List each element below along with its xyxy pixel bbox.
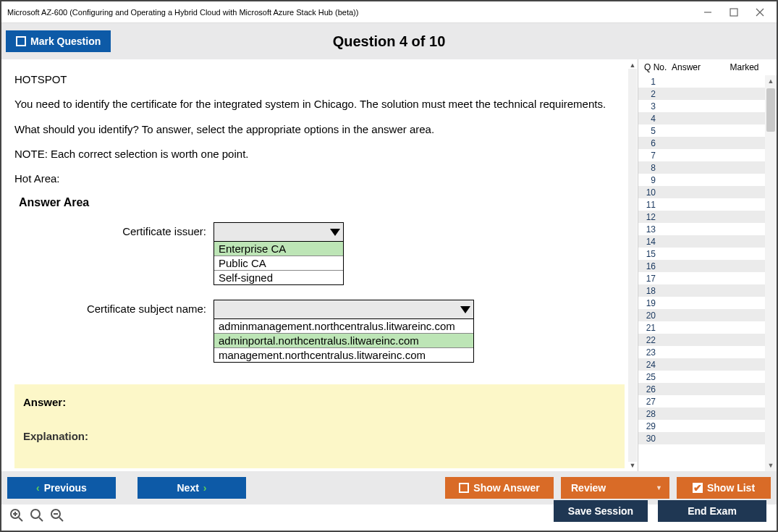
answer-area-heading: Answer Area [19, 196, 625, 209]
question-list-row[interactable]: 9 [638, 174, 777, 186]
issuer-option[interactable]: Public CA [214, 256, 343, 270]
question-list-row[interactable]: 14 [638, 235, 777, 248]
end-exam-button[interactable]: End Exam [658, 500, 766, 522]
question-list-row[interactable]: 17 [638, 272, 777, 284]
issuer-option[interactable]: Self-signed [214, 270, 343, 284]
question-list-row[interactable]: 22 [638, 334, 777, 346]
question-list-row[interactable]: 21 [638, 321, 777, 334]
question-number: 9 [638, 175, 663, 185]
question-list-row[interactable]: 2 [638, 88, 777, 100]
scrollbar-track[interactable] [628, 69, 637, 462]
previous-label: Previous [44, 482, 87, 494]
question-list-row[interactable]: 27 [638, 395, 777, 408]
review-label: Review [571, 482, 606, 494]
question-number: 12 [638, 212, 663, 222]
mark-question-button[interactable]: Mark Question [6, 30, 111, 52]
show-list-button[interactable]: ✔ Show List [677, 477, 771, 499]
question-number: 8 [638, 163, 663, 173]
question-list-row[interactable]: 29 [638, 420, 777, 432]
question-number: 17 [638, 274, 663, 284]
question-list-row[interactable]: 23 [638, 346, 777, 358]
checkbox-empty-icon [16, 36, 26, 46]
previous-button[interactable]: ‹ Previous [7, 477, 116, 499]
next-button[interactable]: Next › [138, 477, 246, 499]
maximize-button[interactable] [727, 6, 740, 19]
question-number: 10 [638, 187, 663, 198]
zoom-in-icon[interactable] [29, 507, 45, 523]
question-list-row[interactable]: 8 [638, 161, 777, 174]
question-number: 1 [638, 77, 663, 87]
answer-label: Answer: [23, 396, 616, 408]
col-answer: Answer [672, 62, 715, 72]
svg-rect-1 [730, 9, 737, 16]
close-button[interactable] [753, 6, 766, 19]
question-text-2: What should you identify? To answer, sel… [14, 122, 625, 137]
window-title: Microsoft AZ-600 (Configuring and Operat… [7, 8, 701, 17]
zoom-out-icon[interactable] [49, 507, 65, 523]
question-list-row[interactable]: 1 [638, 75, 777, 88]
answer-panel: Answer: Explanation: [14, 384, 625, 468]
show-list-label: Show List [707, 482, 755, 494]
question-list-row[interactable]: 26 [638, 383, 777, 395]
question-list-row[interactable]: 28 [638, 408, 777, 420]
question-list-row[interactable]: 3 [638, 100, 777, 112]
question-list-row[interactable]: 30 [638, 432, 777, 444]
zoom-reset-icon[interactable] [9, 507, 25, 523]
list-scrollbar-thumb[interactable] [766, 88, 775, 132]
question-list-row[interactable]: 15 [638, 248, 777, 260]
review-button[interactable]: Review ▼ [561, 477, 669, 499]
minimize-button[interactable] [701, 6, 714, 19]
question-number: 2 [638, 89, 663, 99]
chevron-down-icon [460, 306, 470, 313]
question-number: 28 [638, 409, 663, 419]
question-list-row[interactable]: 16 [638, 260, 777, 272]
list-scroll-down-icon[interactable]: ▼ [765, 460, 777, 471]
next-label: Next [177, 482, 198, 494]
scroll-up-icon[interactable]: ▲ [630, 62, 636, 69]
question-number: 30 [638, 434, 663, 444]
subject-option[interactable]: adminportal.northcentralus.litwareinc.co… [214, 333, 473, 347]
save-session-button[interactable]: Save Session [554, 500, 648, 522]
question-number: 24 [638, 360, 663, 370]
question-list-row[interactable]: 4 [638, 112, 777, 124]
list-scroll-up-icon[interactable]: ▲ [765, 75, 777, 87]
subject-label: Certificate subject name: [43, 300, 213, 315]
svg-line-9 [39, 518, 43, 521]
chevron-left-icon: ‹ [36, 482, 40, 494]
question-number: 22 [638, 335, 663, 345]
issuer-option[interactable]: Enterprise CA [214, 242, 343, 256]
question-content[interactable]: HOTSPOT You need to identify the certifi… [1, 59, 638, 471]
col-qno: Q No. [640, 62, 672, 72]
issuer-dropdown[interactable] [214, 223, 343, 242]
question-number: 13 [638, 224, 663, 235]
subject-dropdown[interactable] [214, 300, 473, 319]
show-answer-label: Show Answer [473, 482, 539, 494]
subject-option[interactable]: adminmanagement.northcentralus.litwarein… [214, 319, 473, 333]
question-list-row[interactable]: 6 [638, 137, 777, 149]
question-list-row[interactable]: 20 [638, 309, 777, 321]
question-number: 4 [638, 114, 663, 124]
svg-line-11 [59, 518, 63, 521]
issuer-label: Certificate issuer: [43, 222, 213, 237]
chevron-right-icon: › [203, 482, 207, 494]
question-list-row[interactable]: 7 [638, 149, 777, 161]
question-counter: Question 4 of 10 [1, 33, 777, 50]
question-number: 25 [638, 372, 663, 382]
col-marked: Marked [715, 62, 774, 72]
question-number: 21 [638, 323, 663, 333]
question-list-row[interactable]: 13 [638, 223, 777, 235]
question-list-row[interactable]: 24 [638, 358, 777, 371]
question-list-row[interactable]: 18 [638, 284, 777, 297]
question-number: 26 [638, 384, 663, 394]
question-list-row[interactable]: 19 [638, 297, 777, 309]
question-list-row[interactable]: 5 [638, 124, 777, 137]
question-list-row[interactable]: 25 [638, 371, 777, 383]
question-list-row[interactable]: 11 [638, 198, 777, 211]
subject-option[interactable]: management.northcentralus.litwareinc.com [214, 347, 473, 362]
scroll-down-icon[interactable]: ▼ [630, 462, 636, 469]
chevron-down-icon [330, 229, 340, 236]
show-answer-button[interactable]: Show Answer [445, 477, 554, 499]
checkbox-empty-icon [459, 483, 469, 493]
question-list-row[interactable]: 12 [638, 211, 777, 223]
question-list-row[interactable]: 10 [638, 186, 777, 198]
